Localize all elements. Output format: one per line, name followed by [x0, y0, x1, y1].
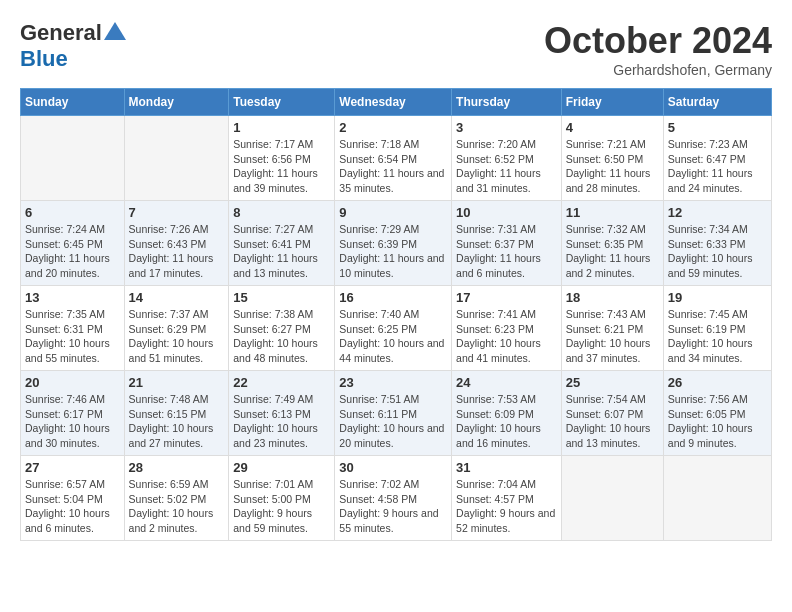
day-number: 31	[456, 460, 557, 475]
day-cell: 10Sunrise: 7:31 AMSunset: 6:37 PMDayligh…	[452, 201, 562, 286]
day-number: 19	[668, 290, 767, 305]
day-cell	[663, 456, 771, 541]
calendar-table: Sunday Monday Tuesday Wednesday Thursday…	[20, 88, 772, 541]
day-number: 12	[668, 205, 767, 220]
day-info: Sunrise: 7:41 AMSunset: 6:23 PMDaylight:…	[456, 307, 557, 366]
logo: General Blue	[20, 20, 126, 72]
day-cell: 4Sunrise: 7:21 AMSunset: 6:50 PMDaylight…	[561, 116, 663, 201]
col-sunday: Sunday	[21, 89, 125, 116]
day-number: 6	[25, 205, 120, 220]
day-cell: 31Sunrise: 7:04 AMSunset: 4:57 PMDayligh…	[452, 456, 562, 541]
day-info: Sunrise: 7:18 AMSunset: 6:54 PMDaylight:…	[339, 137, 447, 196]
day-info: Sunrise: 7:46 AMSunset: 6:17 PMDaylight:…	[25, 392, 120, 451]
day-number: 2	[339, 120, 447, 135]
day-info: Sunrise: 7:56 AMSunset: 6:05 PMDaylight:…	[668, 392, 767, 451]
col-tuesday: Tuesday	[229, 89, 335, 116]
day-cell: 1Sunrise: 7:17 AMSunset: 6:56 PMDaylight…	[229, 116, 335, 201]
day-number: 17	[456, 290, 557, 305]
day-info: Sunrise: 7:17 AMSunset: 6:56 PMDaylight:…	[233, 137, 330, 196]
calendar-body: 1Sunrise: 7:17 AMSunset: 6:56 PMDaylight…	[21, 116, 772, 541]
day-cell: 20Sunrise: 7:46 AMSunset: 6:17 PMDayligh…	[21, 371, 125, 456]
day-number: 3	[456, 120, 557, 135]
day-cell	[124, 116, 229, 201]
day-number: 11	[566, 205, 659, 220]
day-info: Sunrise: 7:43 AMSunset: 6:21 PMDaylight:…	[566, 307, 659, 366]
day-cell	[21, 116, 125, 201]
day-cell: 7Sunrise: 7:26 AMSunset: 6:43 PMDaylight…	[124, 201, 229, 286]
day-number: 27	[25, 460, 120, 475]
day-number: 7	[129, 205, 225, 220]
day-info: Sunrise: 6:57 AMSunset: 5:04 PMDaylight:…	[25, 477, 120, 536]
day-info: Sunrise: 7:45 AMSunset: 6:19 PMDaylight:…	[668, 307, 767, 366]
calendar-header: Sunday Monday Tuesday Wednesday Thursday…	[21, 89, 772, 116]
logo-icon	[104, 22, 126, 40]
day-cell: 28Sunrise: 6:59 AMSunset: 5:02 PMDayligh…	[124, 456, 229, 541]
day-info: Sunrise: 7:27 AMSunset: 6:41 PMDaylight:…	[233, 222, 330, 281]
day-cell: 21Sunrise: 7:48 AMSunset: 6:15 PMDayligh…	[124, 371, 229, 456]
day-cell: 3Sunrise: 7:20 AMSunset: 6:52 PMDaylight…	[452, 116, 562, 201]
day-number: 23	[339, 375, 447, 390]
day-cell: 12Sunrise: 7:34 AMSunset: 6:33 PMDayligh…	[663, 201, 771, 286]
day-number: 30	[339, 460, 447, 475]
day-cell: 8Sunrise: 7:27 AMSunset: 6:41 PMDaylight…	[229, 201, 335, 286]
day-number: 16	[339, 290, 447, 305]
day-info: Sunrise: 7:51 AMSunset: 6:11 PMDaylight:…	[339, 392, 447, 451]
day-info: Sunrise: 7:38 AMSunset: 6:27 PMDaylight:…	[233, 307, 330, 366]
day-number: 4	[566, 120, 659, 135]
day-info: Sunrise: 7:26 AMSunset: 6:43 PMDaylight:…	[129, 222, 225, 281]
day-number: 20	[25, 375, 120, 390]
day-info: Sunrise: 7:49 AMSunset: 6:13 PMDaylight:…	[233, 392, 330, 451]
col-wednesday: Wednesday	[335, 89, 452, 116]
day-cell: 24Sunrise: 7:53 AMSunset: 6:09 PMDayligh…	[452, 371, 562, 456]
day-info: Sunrise: 7:48 AMSunset: 6:15 PMDaylight:…	[129, 392, 225, 451]
day-number: 15	[233, 290, 330, 305]
day-info: Sunrise: 7:34 AMSunset: 6:33 PMDaylight:…	[668, 222, 767, 281]
day-cell: 16Sunrise: 7:40 AMSunset: 6:25 PMDayligh…	[335, 286, 452, 371]
month-title: October 2024	[544, 20, 772, 62]
day-number: 18	[566, 290, 659, 305]
day-number: 29	[233, 460, 330, 475]
day-info: Sunrise: 7:21 AMSunset: 6:50 PMDaylight:…	[566, 137, 659, 196]
col-friday: Friday	[561, 89, 663, 116]
day-cell: 25Sunrise: 7:54 AMSunset: 6:07 PMDayligh…	[561, 371, 663, 456]
col-thursday: Thursday	[452, 89, 562, 116]
day-cell: 22Sunrise: 7:49 AMSunset: 6:13 PMDayligh…	[229, 371, 335, 456]
day-number: 1	[233, 120, 330, 135]
day-cell: 23Sunrise: 7:51 AMSunset: 6:11 PMDayligh…	[335, 371, 452, 456]
header-row: Sunday Monday Tuesday Wednesday Thursday…	[21, 89, 772, 116]
day-info: Sunrise: 7:04 AMSunset: 4:57 PMDaylight:…	[456, 477, 557, 536]
day-info: Sunrise: 7:24 AMSunset: 6:45 PMDaylight:…	[25, 222, 120, 281]
day-number: 26	[668, 375, 767, 390]
col-monday: Monday	[124, 89, 229, 116]
day-number: 5	[668, 120, 767, 135]
day-cell: 9Sunrise: 7:29 AMSunset: 6:39 PMDaylight…	[335, 201, 452, 286]
day-number: 8	[233, 205, 330, 220]
day-cell: 19Sunrise: 7:45 AMSunset: 6:19 PMDayligh…	[663, 286, 771, 371]
location-text: Gerhardshofen, Germany	[544, 62, 772, 78]
day-cell: 13Sunrise: 7:35 AMSunset: 6:31 PMDayligh…	[21, 286, 125, 371]
logo-blue-text: Blue	[20, 46, 68, 71]
day-info: Sunrise: 7:35 AMSunset: 6:31 PMDaylight:…	[25, 307, 120, 366]
day-info: Sunrise: 7:37 AMSunset: 6:29 PMDaylight:…	[129, 307, 225, 366]
day-number: 10	[456, 205, 557, 220]
day-info: Sunrise: 7:31 AMSunset: 6:37 PMDaylight:…	[456, 222, 557, 281]
day-cell: 11Sunrise: 7:32 AMSunset: 6:35 PMDayligh…	[561, 201, 663, 286]
day-info: Sunrise: 7:02 AMSunset: 4:58 PMDaylight:…	[339, 477, 447, 536]
day-cell: 14Sunrise: 7:37 AMSunset: 6:29 PMDayligh…	[124, 286, 229, 371]
week-row-4: 20Sunrise: 7:46 AMSunset: 6:17 PMDayligh…	[21, 371, 772, 456]
day-number: 14	[129, 290, 225, 305]
day-cell: 27Sunrise: 6:57 AMSunset: 5:04 PMDayligh…	[21, 456, 125, 541]
day-number: 22	[233, 375, 330, 390]
day-number: 28	[129, 460, 225, 475]
day-number: 21	[129, 375, 225, 390]
day-cell: 17Sunrise: 7:41 AMSunset: 6:23 PMDayligh…	[452, 286, 562, 371]
logo-general-text: General	[20, 20, 102, 46]
day-cell: 29Sunrise: 7:01 AMSunset: 5:00 PMDayligh…	[229, 456, 335, 541]
day-number: 9	[339, 205, 447, 220]
svg-marker-0	[104, 22, 126, 40]
day-cell: 15Sunrise: 7:38 AMSunset: 6:27 PMDayligh…	[229, 286, 335, 371]
day-info: Sunrise: 7:32 AMSunset: 6:35 PMDaylight:…	[566, 222, 659, 281]
day-number: 13	[25, 290, 120, 305]
col-saturday: Saturday	[663, 89, 771, 116]
day-cell: 5Sunrise: 7:23 AMSunset: 6:47 PMDaylight…	[663, 116, 771, 201]
